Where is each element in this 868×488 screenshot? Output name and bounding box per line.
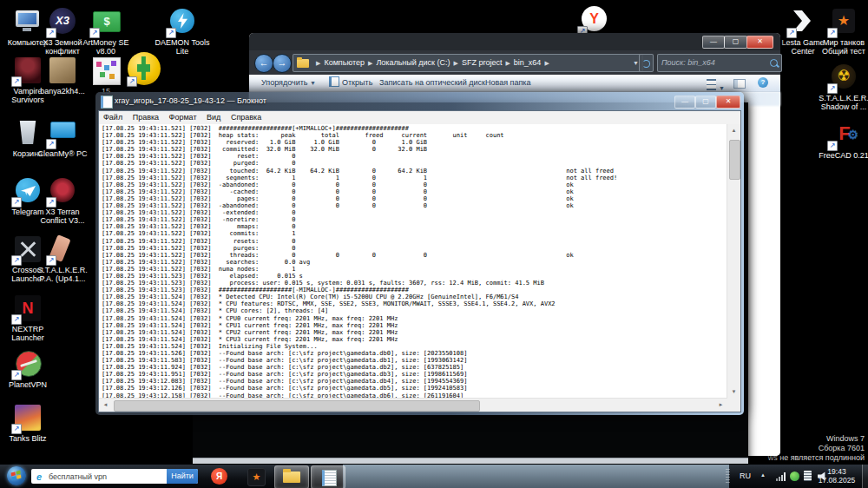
desktop-icon-cleanmypc[interactable]: ↗ CleanMy® PC [35, 118, 90, 158]
scroll-down-icon[interactable]: ▼ [727, 386, 740, 399]
refresh-button[interactable] [639, 54, 654, 72]
back-button[interactable]: ← [254, 54, 273, 73]
menu-file[interactable]: Файл [103, 113, 122, 122]
icon-label: ArtMoney SE v8.00 [78, 38, 134, 56]
icon-label: S.T.A.L.K.E.R. P.A. (Up4.1... [35, 266, 90, 283]
breadcrumb-separator: ▶ [505, 55, 510, 71]
icon-label: X3 Terran Conflict V3... [35, 208, 90, 225]
notepad-taskbar-button[interactable] [311, 465, 345, 488]
open-file-icon [329, 76, 339, 87]
yandex-taskbar-icon[interactable]: Я [211, 468, 227, 485]
desktop-icon-stalker-pa[interactable]: ↗ S.T.A.L.K.E.R. P.A. (Up4.1... [35, 234, 90, 283]
network-icon[interactable] [776, 472, 786, 481]
find-button[interactable]: Найти [167, 469, 198, 484]
shortcut-arrow-icon: ↗ [166, 28, 176, 38]
open-button[interactable]: Открыть [329, 75, 372, 91]
address-bar[interactable]: ▶ Компьютер ▶ Локальный диск (C:) ▶ SFZ … [293, 54, 643, 72]
desktop-icon-add-green-plus[interactable]: ↗ [115, 54, 171, 85]
horizontal-scrollbar[interactable]: ◄ ► [99, 398, 727, 412]
icon-label: FreeCAD 0.21 [816, 151, 868, 160]
icon-label: DAEMON Tools Lite [155, 38, 210, 56]
breadcrumb-separator: ▶ [454, 55, 458, 71]
resize-grip[interactable] [727, 399, 740, 412]
folder-icon [283, 472, 300, 483]
taskbar-clock[interactable]: 19:43 17.08.2025 [814, 467, 859, 485]
hidden-icons-chevron[interactable]: ▲ [760, 472, 766, 478]
clock-time: 19:43 [814, 467, 859, 476]
maximize-button[interactable]: ▢ [695, 96, 716, 109]
desktop-icon-x3-terran[interactable]: ↗ X3 Terran Conflict V3... [35, 176, 90, 225]
horizontal-scroll-thumb[interactable] [114, 400, 480, 412]
shortcut-arrow-icon: ↗ [46, 197, 56, 208]
maximize-button[interactable]: ▢ [724, 36, 747, 49]
breadcrumb-separator: ▶ [544, 55, 549, 71]
close-button[interactable]: ✕ [746, 36, 773, 49]
notepad-menubar: Файл Правка Формат Вид Справка [99, 111, 740, 125]
desktop-icon-artmoney[interactable]: $↗ ArtMoney SE v8.00 [78, 7, 134, 56]
shortcut-arrow-icon: ↗ [11, 424, 22, 434]
antivirus-tray-icon[interactable] [790, 472, 799, 481]
notepad-window: xray_игорь_17-08-25_19-43-12 — Блокнот —… [95, 92, 744, 415]
mir-tankov-taskbar-icon[interactable]: ★ [247, 468, 266, 486]
vertical-scroll-thumb[interactable] [729, 140, 740, 180]
shortcut-arrow-icon: ↗ [11, 314, 22, 325]
forward-button[interactable]: → [273, 54, 292, 73]
breadcrumb-item[interactable]: SFZ project [462, 55, 503, 71]
notepad-text-area[interactable]: [17.08.25 19:43:11.521] [7032] #########… [99, 124, 727, 399]
new-folder-button[interactable]: Новая папка [485, 75, 530, 91]
menu-edit[interactable]: Правка [133, 113, 159, 122]
notification-tray-icon[interactable] [804, 471, 812, 481]
language-indicator[interactable]: RU [740, 472, 751, 480]
desktop-icon-planetvpn[interactable]: ↗ PlanetVPN [0, 349, 56, 389]
icon-label: Мир танков Общий тест [816, 38, 868, 56]
address-dropdown-caret[interactable]: ▼ [633, 55, 639, 71]
change-view-icon[interactable] [707, 79, 716, 90]
desktop-icon-daemon-tools[interactable]: ↗ DAEMON Tools Lite [155, 7, 210, 56]
desktop-icon-freecad[interactable]: F⚙↗ FreeCAD 0.21 [816, 120, 868, 160]
desktop-icon-nextrp[interactable]: N↗ NEXTRP Launcher [0, 293, 56, 342]
breadcrumb-item[interactable]: Локальный диск (C:) [376, 55, 450, 71]
scroll-left-icon[interactable]: ◄ [99, 399, 112, 412]
menu-view[interactable]: Вид [207, 113, 220, 122]
shortcut-arrow-icon: ↗ [89, 28, 100, 38]
shortcut-arrow-icon: ↗ [127, 76, 137, 87]
taskbar-search[interactable]: e Найти [31, 469, 198, 484]
shortcut-arrow-icon: ↗ [827, 28, 838, 38]
search-input[interactable]: Поиск: bin_x64 [657, 54, 782, 72]
desktop-icon-stalker-shadow[interactable]: ☢↗ S.T.A.L.K.E.R. Shadow of ... [816, 63, 868, 111]
show-desktop-button[interactable] [862, 465, 868, 488]
icon-label: NEXTRP Launcher [0, 325, 56, 342]
log-text: [17.08.25 19:43:11.521] [7032] #########… [99, 124, 727, 399]
burn-disc-button[interactable]: Записать на оптический диск [379, 75, 485, 91]
minimize-button[interactable]: — [702, 36, 725, 49]
watermark-line: ws не является подлинной [768, 453, 865, 463]
explorer-navbar: ← → ▶ Компьютер ▶ Локальный диск (C:) ▶ … [249, 50, 780, 75]
breadcrumb-item[interactable]: bin_x64 [514, 55, 542, 71]
scroll-up-icon[interactable]: ▲ [727, 124, 740, 137]
search-icon [770, 59, 778, 67]
menu-format[interactable]: Формат [169, 113, 197, 122]
notepad-titlebar[interactable]: xray_игорь_17-08-25_19-43-12 — Блокнот —… [95, 92, 744, 110]
folder-icon [297, 59, 309, 68]
minimize-button[interactable]: — [674, 96, 695, 109]
shortcut-arrow-icon: ↗ [827, 141, 838, 151]
explorer-taskbar-button[interactable] [274, 465, 309, 488]
taskbar-search-input[interactable] [47, 472, 167, 482]
desktop-icon-mir-tankov[interactable]: ★↗ Мир танков Общий тест [816, 7, 868, 56]
browser-e-icon: e [34, 472, 44, 482]
shortcut-arrow-icon: ↗ [11, 370, 22, 380]
close-button[interactable]: ✕ [716, 96, 740, 109]
explorer-titlebar[interactable]: — ▢ ✕ [249, 33, 780, 50]
preview-pane-icon[interactable] [733, 79, 746, 89]
organize-menu[interactable]: Упорядочить ▼ [261, 75, 316, 91]
menu-help[interactable]: Справка [231, 113, 261, 122]
scroll-right-icon[interactable]: ► [714, 399, 727, 412]
windows-flag-icon [11, 471, 22, 481]
shortcut-arrow-icon: ↗ [46, 28, 56, 38]
icon-label: Tanks Blitz [0, 434, 56, 443]
breadcrumb-item[interactable]: Компьютер [324, 55, 365, 71]
help-icon[interactable]: ? [758, 77, 768, 88]
start-button[interactable] [7, 466, 26, 485]
desktop-icon-tanks-blitz[interactable]: ↗ Tanks Blitz [0, 403, 56, 443]
vertical-scrollbar[interactable]: ▲ ▼ [727, 124, 740, 399]
